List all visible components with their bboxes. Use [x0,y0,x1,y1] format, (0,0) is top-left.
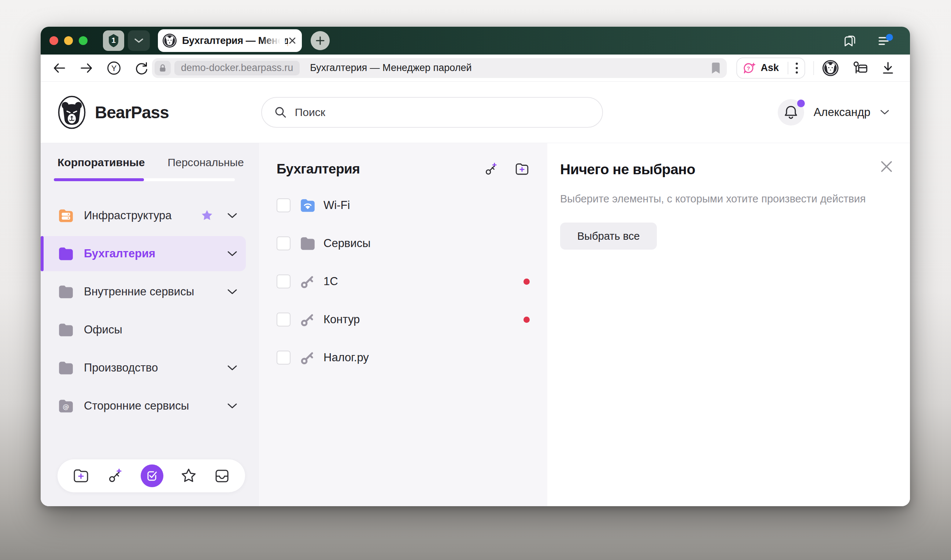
brand[interactable]: BearPass [57,95,169,129]
back-button[interactable] [52,61,66,75]
expand-chevron[interactable] [227,212,238,219]
key-plus-icon [107,467,124,485]
new-tab-button[interactable] [311,31,330,50]
svg-text:?: ? [747,65,750,71]
item-checkbox[interactable] [276,237,290,250]
expand-chevron[interactable] [227,250,238,257]
favorites-button[interactable] [180,468,197,484]
sidebar-item-label: Сторонние сервисы [84,399,189,412]
chevron-down-icon [134,38,144,43]
bearpass-extension-button[interactable] [822,60,839,77]
tab-counter-shield-icon: 1 [105,32,122,49]
item-checkbox[interactable] [276,198,290,212]
add-password-button[interactable] [483,162,499,177]
bookmarks-panel-button[interactable] [842,33,857,48]
star-icon [180,468,197,484]
page-title: Бухгалтерия — Менеджер паролей [310,62,471,74]
chevron-down-icon [227,365,238,371]
multi-select-mode-button[interactable] [140,465,164,487]
sidebar-item-ofisy[interactable]: Офисы [41,312,259,347]
connection-secure-chip[interactable] [154,61,171,75]
sidebar-item-label: Инфраструктура [84,209,172,222]
list-item-wifi[interactable]: Wi-Fi [276,188,530,223]
sidebar-item-storonnie-servisy[interactable]: @ Сторонние сервисы [41,388,259,423]
folder-icon [57,322,74,338]
kebab-menu-icon [795,62,798,75]
browser-tab-strip: 1 Бухгалтерия — Менед [41,27,910,55]
notifications-button[interactable] [778,99,804,126]
yandex-services-button[interactable]: Y [107,61,121,75]
chevron-down-icon [880,109,889,115]
user-menu-button[interactable] [880,109,889,115]
sidebar-item-label: Производство [84,361,158,374]
ask-ai-group: ? Ask [736,57,805,79]
item-checkbox[interactable] [276,312,290,326]
expand-chevron[interactable] [227,365,238,371]
url-chip[interactable]: demo-docker.bearpass.ru [174,61,300,75]
tab-title: Бухгалтерия — Менед [182,35,288,46]
downloads-button[interactable] [881,61,895,75]
select-all-button[interactable]: Выбрать все [560,223,657,249]
browser-menu-button[interactable] [795,62,798,75]
brand-name: BearPass [95,103,169,122]
folder-plus-icon [514,162,530,177]
archive-button[interactable] [213,468,230,484]
chevron-down-icon [227,288,238,295]
add-folder-button[interactable] [514,162,530,177]
close-window-button[interactable] [49,36,58,45]
tab-corporate[interactable]: Корпоративные [57,156,145,169]
list-item-nalogru[interactable]: Налог.ру [276,340,530,375]
close-panel-button[interactable] [879,159,894,174]
key-card-icon [851,60,868,77]
password-manager-extension-button[interactable] [851,60,868,77]
tab-personal[interactable]: Персональные [167,156,244,169]
forward-button[interactable] [79,61,93,75]
sidebar-tabs-underline-active [54,178,144,181]
search-bar[interactable] [261,97,603,128]
item-checkbox[interactable] [276,351,290,365]
list-item-1c[interactable]: 1С [276,264,530,299]
tab-list-chevron-button[interactable] [128,31,150,51]
download-icon [881,61,895,75]
sidebar-panel-button[interactable] [876,33,893,48]
sidebar-item-proizvodstvo[interactable]: Производство [41,350,259,385]
sidebar-item-buhgalteriya[interactable]: Бухгалтерия [41,236,246,271]
folder-infrastructure-icon [57,207,74,224]
sidebar-item-vnutrennie-servisy[interactable]: Внутренние сервисы [41,274,259,309]
expand-chevron[interactable] [227,288,238,295]
user-area: Александр [778,99,889,126]
address-bar[interactable]: demo-docker.bearpass.ru Бухгалтерия — Ме… [152,58,727,78]
bookmark-icon [711,62,721,74]
bookmark-page-button[interactable] [711,62,721,74]
item-label: Контур [323,313,360,326]
search-icon [274,106,287,118]
list-item-kontur[interactable]: Контур [276,302,530,337]
active-browser-tab[interactable]: Бухгалтерия — Менед [158,29,302,52]
details-panel: Ничего не выбрано Выберите элементы, с к… [547,143,910,506]
add-folder-button[interactable] [72,467,90,485]
details-subtitle: Выберите элементы, с которыми хотите про… [560,193,894,205]
sidebar-item-infrastruktura[interactable]: Инфраструктура [41,198,259,233]
list-item-servisy[interactable]: Сервисы [276,226,530,261]
chevron-down-icon [227,250,238,257]
chevron-down-icon [227,403,238,409]
toolbar-divider [813,61,814,75]
reload-button[interactable] [134,61,148,75]
zoom-window-button[interactable] [79,36,88,45]
ask-ai-button[interactable]: ? Ask [743,62,779,74]
key-icon [299,349,316,366]
tab-close-button[interactable] [288,36,297,45]
tab-counter-button[interactable]: 1 [103,31,124,51]
minimize-window-button[interactable] [64,36,73,45]
bearpass-favicon-icon [162,33,177,48]
details-title: Ничего не выбрано [560,162,894,177]
item-checkbox[interactable] [276,274,290,288]
sidebar-item-label: Офисы [84,323,122,336]
folder-wifi-icon [299,197,316,214]
item-label: Налог.ру [323,351,369,364]
search-input[interactable] [295,106,591,118]
add-password-button[interactable] [107,467,124,485]
expand-chevron[interactable] [227,403,238,409]
folder-plus-icon [72,467,90,485]
browser-window: 1 Бухгалтерия — Менед [41,27,910,506]
